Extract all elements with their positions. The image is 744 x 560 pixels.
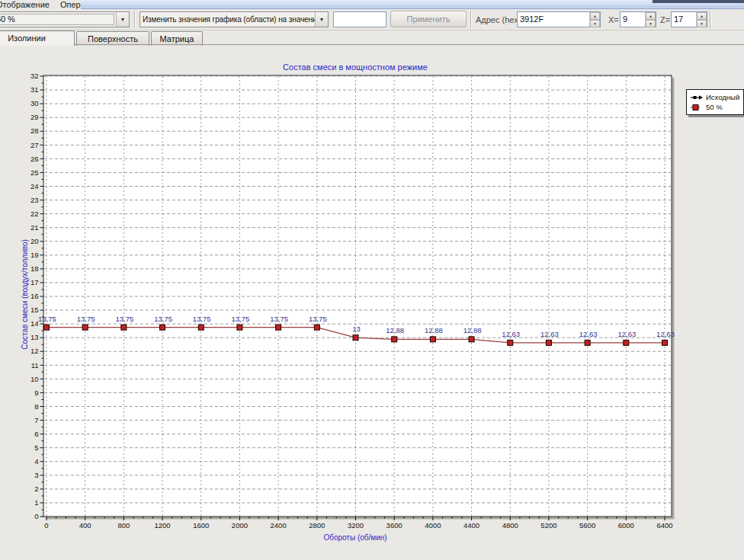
data-point-label: 13,75 [309,315,327,323]
y-tick-label: 12 [30,347,39,355]
y-tick-label: 20 [30,237,39,245]
y-tick-label: 32 [30,72,39,80]
y-tick-label: 17 [30,278,39,286]
spinner-buttons: ▲ ▼ [589,12,600,27]
data-point[interactable] [160,325,165,330]
value-input[interactable] [333,11,386,27]
y-tick-label: 13 [30,333,39,341]
x-tick-label: 6000 [618,521,634,530]
y-tick-label: 26 [30,155,39,163]
data-point[interactable] [82,325,88,330]
data-point[interactable] [662,340,668,345]
z-value: 17 [672,12,696,27]
data-point[interactable] [392,337,397,342]
data-point[interactable] [430,337,435,342]
action-combobox[interactable]: Изменить значения графика (области) на з… [140,11,329,27]
data-point-label: 12,63 [540,330,559,338]
chevron-down-icon[interactable]: ▼ [315,12,328,27]
window-top-strip [81,0,744,9]
spin-down-icon[interactable]: ▼ [646,20,656,27]
menu-view[interactable]: Отображение [0,0,55,9]
data-point-label: 13 [352,325,361,333]
chart-legend: Исходный 50 % [686,89,744,115]
toolbar: 50 % ▼ Изменить значения графика (област… [0,9,744,30]
x-tick-label: 3200 [348,521,364,530]
square-marker-icon [690,104,704,111]
data-point[interactable] [237,325,242,330]
data-point[interactable] [624,340,629,345]
spin-down-icon[interactable]: ▼ [590,20,600,27]
plot-area[interactable] [43,75,672,517]
data-point[interactable] [198,325,204,330]
data-point[interactable] [546,340,551,345]
data-point[interactable] [353,335,358,341]
address-spin-field[interactable]: 3912F ▲ ▼ [517,11,601,27]
y-axis-title: Состав смеси (воздух/топливо) [21,181,29,409]
spin-up-icon[interactable]: ▲ [646,12,656,20]
z-spin-field[interactable]: 17 ▲ ▼ [671,11,707,27]
data-point[interactable] [44,325,50,330]
y-tick-label: 4 [34,457,38,466]
x-tick-label: 1200 [154,521,170,530]
address-label: Адрес (hex) [476,9,521,30]
preset-combobox[interactable]: 50 % ▼ [0,11,130,27]
data-point[interactable] [276,325,281,330]
spin-up-icon[interactable]: ▲ [697,12,707,20]
y-tick-label: 6 [34,430,38,438]
data-point[interactable] [469,337,474,342]
y-tick-label: 30 [30,99,39,107]
data-point[interactable] [508,340,513,345]
spin-up-icon[interactable]: ▲ [590,12,600,20]
spin-down-icon[interactable]: ▼ [697,20,707,27]
x-spin-field[interactable]: 9 ▲ ▼ [620,11,656,27]
mixture-line-chart[interactable]: 0400800120016002000240028003200360040004… [0,46,744,560]
spinner-buttons: ▲ ▼ [645,12,656,27]
arrow-line-icon [690,94,704,101]
x-tick-label: 6400 [656,521,672,530]
toolbar-separator [134,11,136,28]
y-tick-label: 19 [30,251,39,259]
x-tick-label: 2000 [232,521,248,530]
y-tick-label: 3 [34,471,38,479]
data-point-label: 13,75 [193,315,211,323]
y-tick-label: 2 [34,485,38,493]
data-point-label: 13,75 [154,315,172,323]
tab-isolines[interactable]: Изолинии [0,30,75,46]
x-tick-label: 1600 [193,521,209,530]
spinner-buttons: ▲ ▼ [696,12,707,27]
data-point-label: 13,75 [38,315,56,323]
y-tick-label: 15 [30,306,39,314]
x-axis-title: Обороты (об/мин) [241,533,470,542]
data-point-label: 13,75 [115,315,133,323]
address-value: 3912F [518,12,589,27]
tab-strip-divider [0,44,744,45]
y-tick-label: 7 [34,416,38,424]
data-point-label: 12,63 [502,330,520,338]
legend-item-50pct[interactable]: 50 % [690,102,739,112]
y-tick-label: 22 [30,210,39,218]
x-tick-label: 0 [44,521,48,530]
x-tick-label: 400 [79,521,91,530]
y-tick-label: 16 [30,292,39,300]
data-point-label: 12,63 [656,330,675,338]
preset-combobox-value: 50 % [0,12,116,27]
data-point-label: 12,63 [617,330,636,338]
data-point-label: 13,75 [270,315,288,323]
y-tick-label: 10 [30,375,39,383]
y-tick-label: 1 [34,498,38,507]
y-tick-label: 27 [30,141,39,149]
x-label: X= [608,9,619,30]
apply-button[interactable]: Применить [390,11,467,27]
data-point[interactable] [314,325,319,330]
chart-panel: Состав смеси в мощностном режиме 0400800… [0,46,744,560]
data-point-label: 12,63 [579,330,598,338]
legend-item-original[interactable]: Исходный [690,92,739,102]
x-tick-label: 4800 [502,521,518,530]
y-tick-label: 18 [30,264,39,273]
chevron-down-icon[interactable]: ▼ [116,12,129,27]
data-point[interactable] [585,340,590,345]
data-point-label: 12,88 [425,326,443,334]
y-tick-label: 23 [30,196,39,204]
data-point[interactable] [121,325,127,330]
y-tick-label: 8 [34,402,38,411]
